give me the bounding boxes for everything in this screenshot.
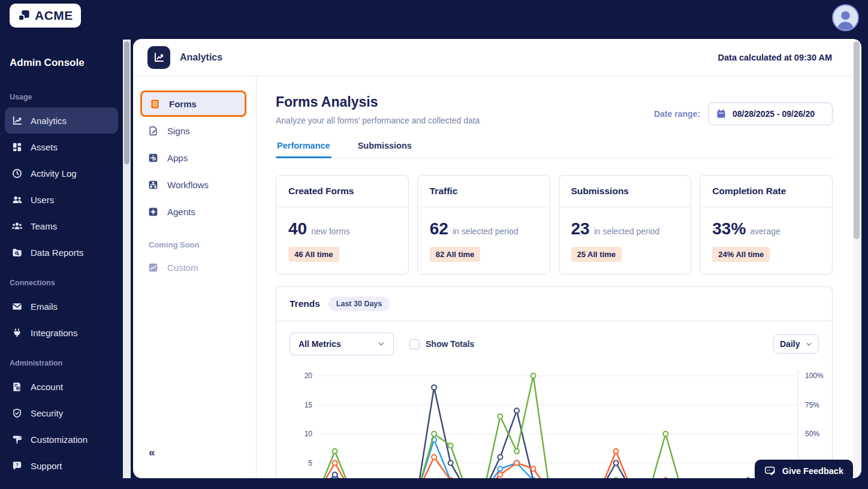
data-calculated-status: Data calculated at 09:30 AM (718, 53, 832, 62)
sidebar-item-label: Customization (31, 434, 88, 445)
svg-text:5: 5 (308, 459, 312, 467)
tab-performance[interactable]: Performance (276, 141, 331, 158)
subnav-item-label: Workflows (167, 180, 209, 190)
sidebar-item-activity-log[interactable]: Activity Log (5, 160, 118, 186)
subnav-item-custom[interactable]: Custom (140, 254, 246, 280)
forms-icon (149, 98, 161, 110)
brand-logo-icon (17, 9, 31, 22)
page-title: Forms Analysis (276, 94, 480, 110)
trends-title: Trends (290, 298, 320, 309)
show-totals-label: Show Totals (426, 339, 474, 349)
stat-suffix: new forms (311, 227, 350, 236)
collapse-sidebar-button[interactable]: « (149, 446, 155, 459)
person-icon (833, 7, 858, 30)
brand-logo[interactable]: ACME (10, 4, 81, 28)
shield-check-icon (11, 408, 23, 419)
date-range: Date range: 08/28/2025 - 09/26/20 (654, 102, 833, 125)
sidebar-item-emails[interactable]: Emails (5, 293, 118, 319)
sidebar-item-teams[interactable]: Teams (5, 213, 118, 239)
sidebar-item-assets[interactable]: Assets (5, 134, 118, 160)
svg-text:50%: 50% (805, 430, 819, 438)
date-range-value: 08/28/2025 - 09/26/20 (733, 109, 822, 119)
all-time-badge: 82 All time (430, 247, 481, 262)
stat-card-title: Submissions (559, 176, 691, 207)
panel-title: Analytics (180, 52, 222, 63)
sidebar-item-label: Teams (31, 221, 57, 231)
stat-value: 62 (430, 219, 448, 238)
stat-card-submissions: Submissions 23in selected period 25 All … (559, 175, 692, 274)
envelope-icon (11, 301, 23, 312)
paint-roller-icon (11, 434, 23, 445)
subnav-item-forms[interactable]: Forms (140, 90, 246, 117)
invoice-icon: $ (11, 381, 23, 393)
sidebar-scrollbar[interactable] (123, 40, 131, 478)
apps-icon (147, 152, 159, 164)
analytics-icon (11, 115, 23, 126)
svg-text:?: ? (16, 462, 19, 467)
sidebar-item-customization[interactable]: Customization (5, 426, 118, 452)
sidebar-item-account[interactable]: $ Account (5, 373, 118, 400)
subnav-item-apps[interactable]: Apps (140, 144, 246, 171)
main-content: Forms Analysis Analyze your all forms' p… (257, 76, 861, 478)
stat-value: 40 (288, 219, 307, 238)
svg-text:75%: 75% (805, 401, 819, 409)
sidebar-item-label: Analytics (31, 116, 67, 126)
panel-scrollbar[interactable] (853, 40, 860, 478)
interval-select[interactable]: Daily (773, 334, 819, 354)
trends-chart: 20100%1575%1050%5 (276, 363, 833, 478)
calendar-icon (716, 108, 727, 119)
sidebar-item-security[interactable]: Security (5, 400, 118, 426)
sidebar-item-users[interactable]: Users (5, 186, 118, 213)
panel-scrollbar-thumb[interactable] (854, 41, 860, 239)
page-subtitle: Analyze your all forms' performance and … (276, 116, 480, 125)
subnav-item-label: Apps (167, 153, 188, 163)
stat-card-title: Traffic (418, 176, 550, 207)
sidebar-item-label: Account (31, 382, 63, 392)
workflows-icon (147, 179, 159, 191)
date-range-input[interactable]: 08/28/2025 - 09/26/20 (708, 102, 833, 125)
user-avatar[interactable] (832, 4, 859, 31)
users-icon (11, 194, 23, 206)
subnav-item-workflows[interactable]: Workflows (140, 171, 246, 198)
svg-text:$: $ (17, 387, 19, 390)
sidebar-item-integrations[interactable]: Integrations (5, 319, 118, 346)
metrics-select[interactable]: All Metrics (290, 333, 394, 355)
date-range-label: Date range: (654, 109, 700, 119)
agents-icon (147, 206, 159, 218)
sidebar-item-data-reports[interactable]: Data Reports (5, 239, 118, 265)
chevron-down-icon (378, 340, 385, 348)
give-feedback-button[interactable]: Give Feedback (755, 460, 853, 482)
stat-card-title: Created Forms (276, 176, 408, 207)
all-time-badge: 24% All time (712, 247, 770, 262)
show-totals-control[interactable]: Show Totals (409, 339, 474, 349)
subnav-item-label: Forms (169, 99, 197, 109)
clock-icon (11, 168, 23, 179)
subnav-item-label: Agents (167, 207, 195, 217)
teams-icon (11, 221, 23, 232)
svg-text:15: 15 (305, 401, 313, 409)
tab-submissions[interactable]: Submissions (357, 141, 413, 158)
custom-icon (147, 262, 159, 273)
subnav-item-agents[interactable]: Agents (140, 198, 246, 225)
coming-soon-label: Coming Soon (149, 240, 256, 249)
content-panel: Analytics Data calculated at 09:30 AM Fo… (133, 39, 861, 478)
subnav-item-signs[interactable]: Signs (140, 117, 246, 144)
all-time-badge: 46 All time (288, 247, 339, 262)
sidebar-title: Admin Console (0, 31, 123, 69)
svg-text:10: 10 (305, 430, 313, 438)
stat-card-completion-rate: Completion Rate 33%average 24% All time (700, 175, 833, 274)
panel-header: Analytics Data calculated at 09:30 AM (133, 39, 861, 76)
all-time-badge: 25 All time (571, 247, 622, 262)
tabs: Performance Submissions (276, 141, 833, 158)
help-bubble-icon: ? (11, 460, 23, 472)
sidebar-item-label: Users (31, 195, 54, 205)
section-label-connections: Connections (0, 279, 123, 287)
sidebar-item-support[interactable]: ? Support (5, 452, 118, 479)
sidebar-item-analytics[interactable]: Analytics (5, 107, 118, 134)
primary-sidebar: Admin Console Usage Analytics Assets Act… (0, 31, 123, 489)
stat-value: 23 (571, 219, 590, 238)
sidebar-item-label: Data Reports (31, 247, 83, 258)
sidebar-scrollbar-thumb[interactable] (124, 41, 129, 164)
show-totals-checkbox[interactable] (409, 339, 420, 349)
assets-icon (11, 141, 23, 153)
